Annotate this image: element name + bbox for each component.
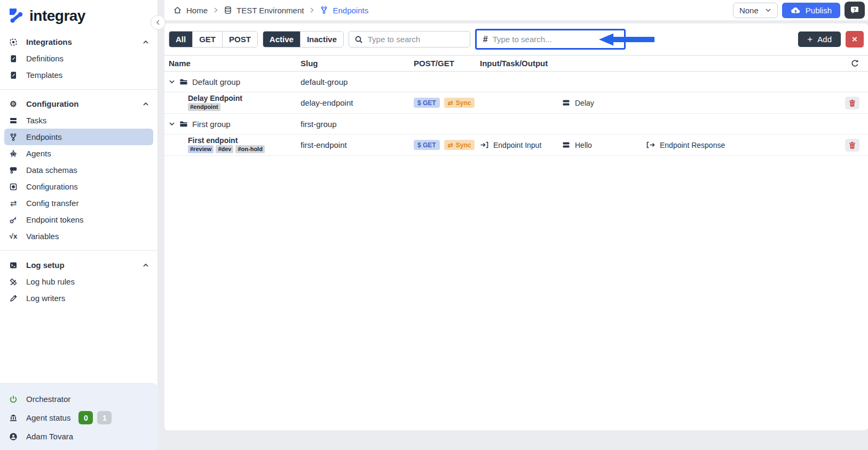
folder-icon <box>179 78 188 85</box>
trash-icon <box>849 141 856 149</box>
annotation-arrow-left <box>599 32 654 47</box>
sidebar-item-log-writers[interactable]: Log writers <box>0 290 157 306</box>
sidebar-item-definitions[interactable]: Definitions <box>0 50 157 67</box>
filter-all-button[interactable]: All <box>169 31 193 47</box>
agents-icon <box>9 149 18 158</box>
pencil-icon <box>9 294 18 303</box>
task-icon <box>562 141 570 149</box>
filter-toolbar: All GET POST Active Inactive # <box>164 23 868 55</box>
filter-inactive-button[interactable]: Inactive <box>301 31 343 47</box>
agents-online-badge: 0 <box>78 411 93 424</box>
table-row-group: First group first-group <box>164 114 868 135</box>
sidebar-item-tasks[interactable]: Tasks <box>0 112 157 129</box>
add-endpoint-button[interactable]: + Add <box>798 31 841 47</box>
output-cell[interactable]: Endpoint Response <box>646 141 827 149</box>
item-label: Log hub rules <box>26 277 75 286</box>
input-icon <box>480 141 488 149</box>
close-filters-button[interactable]: × <box>846 31 864 48</box>
section-label: Configuration <box>26 99 78 108</box>
sidebar-section-integrations[interactable]: Integrations <box>0 34 157 50</box>
group-name-label: Default group <box>192 77 240 86</box>
delete-endpoint-button[interactable] <box>845 97 859 109</box>
publish-label: Publish <box>806 6 832 15</box>
sidebar-section-log-setup[interactable]: Log setup <box>0 257 157 273</box>
refresh-icon <box>850 59 859 68</box>
endpoints-icon <box>9 133 18 141</box>
input-cell[interactable]: Endpoint Input <box>480 141 562 149</box>
power-icon <box>9 395 18 404</box>
sidebar-section-configuration[interactable]: ⚙ Configuration <box>0 96 157 112</box>
item-label: Agents <box>26 149 51 158</box>
sidebar-item-variables[interactable]: √x Variables <box>0 228 157 244</box>
endpoints-icon <box>320 6 328 14</box>
breadcrumb-label: Endpoints <box>333 6 368 15</box>
version-select[interactable]: None <box>733 3 778 18</box>
search-icon <box>354 35 363 44</box>
sidebar-item-data-schemas[interactable]: Data schemas <box>0 162 157 178</box>
orchestrator-item[interactable]: Orchestrator <box>0 390 158 408</box>
sync-icon: ⇄ <box>448 141 453 149</box>
sidebar-item-log-hub-rules[interactable]: Log hub rules <box>0 273 157 290</box>
sidebar-item-configurations[interactable]: Configurations <box>0 178 157 195</box>
filter-post-button[interactable]: POST <box>223 31 257 47</box>
refresh-button[interactable] <box>850 59 859 68</box>
column-header-slug: Slug <box>301 59 414 68</box>
task-icon <box>562 99 570 107</box>
item-label: Endpoints <box>26 132 62 141</box>
sidebar-item-endpoint-tokens[interactable]: Endpoint tokens <box>0 211 157 228</box>
svg-text:?: ? <box>853 7 856 12</box>
sync-badge: ⇄ Sync <box>444 98 475 108</box>
filter-get-button[interactable]: GET <box>193 31 223 47</box>
filter-active-button[interactable]: Active <box>263 31 301 47</box>
group-name-label: First group <box>192 120 231 129</box>
templates-icon <box>9 71 18 80</box>
group-slug: default-group <box>301 77 414 86</box>
item-label: Templates <box>26 70 62 80</box>
breadcrumb-endpoints[interactable]: Endpoints <box>320 6 368 15</box>
breadcrumb: Home TEST Environment Endpoints <box>173 6 368 15</box>
definitions-icon <box>9 54 18 63</box>
section-label: Log setup <box>26 260 65 270</box>
tag-search-input[interactable] <box>493 35 605 44</box>
agent-status-item[interactable]: Agent status 0 1 <box>0 408 158 427</box>
topbar: Home TEST Environment Endpoints <box>164 0 868 20</box>
sidebar-item-endpoints[interactable]: Endpoints <box>4 129 153 145</box>
sidebar-item-config-transfer[interactable]: ⇄ Config transfer <box>0 195 157 211</box>
user-menu-item[interactable]: Adam Tovara <box>0 427 158 446</box>
endpoint-name-link[interactable]: First endpoint <box>188 137 301 144</box>
sidebar-item-agents[interactable]: Agents <box>0 145 157 162</box>
chevron-up-icon <box>143 40 149 44</box>
search-input[interactable] <box>368 35 464 44</box>
help-chat-button[interactable]: ? <box>845 2 865 19</box>
task-label: Hello <box>575 141 592 149</box>
sidebar-item-templates[interactable]: Templates <box>0 67 157 83</box>
table-header: Name Slug POST/GET Input/Task/Output <box>164 55 868 72</box>
method-filter-group: All GET POST <box>169 31 258 48</box>
endpoint-slug: first-endpoint <box>301 140 414 149</box>
gear-icon: ⚙ <box>9 100 18 108</box>
get-badge: $ GET <box>414 140 440 150</box>
user-name: Adam Tovara <box>26 432 73 441</box>
terminal-icon <box>9 261 18 270</box>
group-toggle[interactable]: Default group <box>169 77 301 86</box>
cloud-upload-icon <box>791 6 801 14</box>
publish-button[interactable]: Publish <box>782 3 840 18</box>
breadcrumb-home[interactable]: Home <box>173 6 208 15</box>
sync-icon: ⇄ <box>448 99 453 107</box>
breadcrumb-environment[interactable]: TEST Environment <box>224 6 304 15</box>
tag-chip: #on-hold <box>235 145 264 153</box>
task-cell[interactable]: Delay <box>562 99 646 107</box>
table-row-endpoint: Delay Endpoint #endpoint delay-endpoint … <box>164 92 868 114</box>
tag-chip: #review <box>188 145 214 153</box>
task-cell[interactable]: Hello <box>562 141 646 149</box>
endpoint-name-link[interactable]: Delay Endpoint <box>188 94 301 102</box>
home-icon <box>173 6 182 14</box>
chevron-right-icon <box>213 7 218 13</box>
sidebar-collapse-button[interactable] <box>151 15 165 30</box>
group-toggle[interactable]: First group <box>169 120 301 129</box>
divider <box>0 89 157 90</box>
app-logo[interactable]: integray <box>0 0 157 25</box>
delete-endpoint-button[interactable] <box>845 139 859 152</box>
get-badge: $ GET <box>414 98 440 108</box>
add-label: Add <box>817 35 832 44</box>
